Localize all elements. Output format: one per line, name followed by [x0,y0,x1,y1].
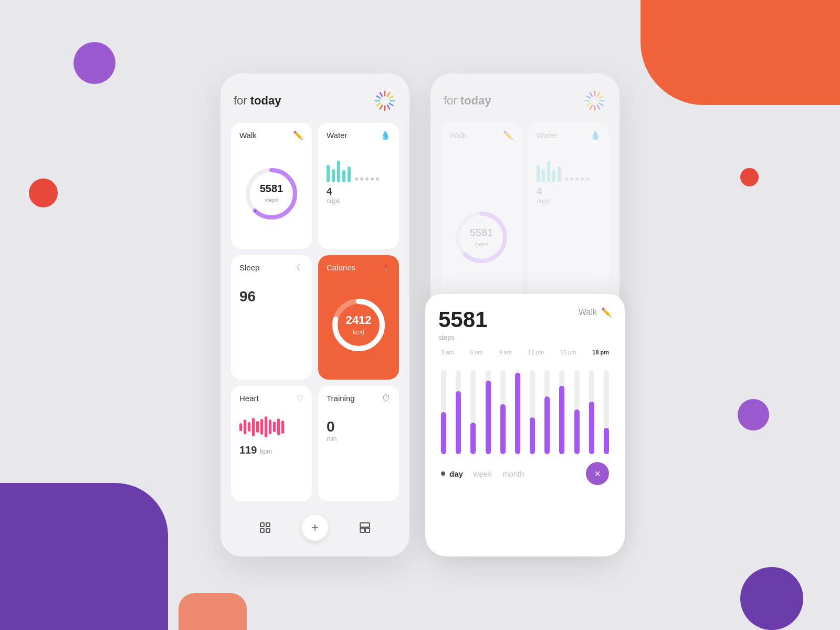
period-day[interactable]: day [449,469,463,478]
water-card[interactable]: Water 💧 [318,123,399,249]
walk-edit-icon[interactable]: ✏️ [293,130,303,140]
water-value: 4 [327,186,391,197]
bar-col-3 [470,360,476,454]
training-card[interactable]: Training ⏱ 0 min [318,386,399,501]
overlay-value: 5581 [438,307,487,332]
water-value-group: 4 cups [327,186,391,205]
water-num: 4 [327,186,332,197]
time-9am: 9 am [499,349,511,355]
walk-title: Walk [239,131,257,140]
nav-layout-btn[interactable] [354,517,375,538]
heart-bar-7 [265,416,267,437]
svg-line-29 [597,106,600,109]
bar-col-8 [544,360,550,454]
overlay-title-row: Walk ✏️ [579,307,612,317]
walk-card-header: Walk ✏️ [239,130,303,140]
svg-line-26 [600,96,603,98]
svg-line-31 [590,106,592,109]
training-timer-icon: ⏱ [382,393,391,403]
svg-line-1 [387,92,390,96]
heart-bar-10 [277,418,280,436]
panel1-title-bold: today [250,94,281,107]
water-unit: cups [327,197,391,205]
sleep-title: Sleep [239,263,259,272]
svg-line-25 [597,92,600,96]
training-num: 0 [327,418,335,435]
heart-bar-2 [244,419,246,434]
nav-grid-btn[interactable] [255,517,276,538]
svg-rect-19 [260,529,264,532]
overlay-activity: Walk [579,308,597,317]
water-bar-1 [327,165,330,182]
overlay-edit-icon[interactable]: ✏️ [601,307,612,317]
calories-unit: kcal [353,329,364,336]
bottom-nav: + [231,507,399,546]
calories-card-header: Calories 📍 [327,262,391,272]
time-12pm: 12 pm [528,349,544,355]
walk-card[interactable]: Walk ✏️ 5581 steps [231,123,312,249]
walk-bar-chart [438,360,612,454]
svg-rect-18 [266,523,270,527]
bar-col-2 [456,360,461,454]
rainbow-icon-1[interactable] [373,89,396,112]
sleep-card-header: Sleep ☾ [239,262,303,272]
time-6am: 6 am [470,349,482,355]
sleep-moon-icon: ☾ [296,262,303,272]
period-tabs: day week month [449,469,524,478]
training-stats: 0 min [327,418,391,443]
detail-overlay: 5581 steps Walk ✏️ 3 am 6 am 9 am 12 pm … [425,294,625,556]
time-3am: 3 am [441,349,454,355]
panel2-title-bold: today [460,94,491,107]
bar-col-4 [486,360,491,454]
calories-num: 2412 [346,313,372,327]
heart-bar-4 [252,418,255,436]
panel2-title: for today [444,94,491,108]
svg-line-35 [590,92,592,96]
close-overlay-btn[interactable]: × [586,462,609,485]
walk-unit: steps [265,197,278,203]
overlay-header: 5581 steps Walk ✏️ [438,307,612,341]
water-bar-3 [337,161,340,182]
period-week[interactable]: week [474,469,492,478]
panels-container: for today [0,0,840,630]
water-dot-4 [371,177,374,181]
period-row: day week month × [438,462,612,485]
sleep-card[interactable]: Sleep ☾ 96 [231,255,312,380]
water-bar-4 [342,170,345,182]
panel1-title: for today [234,94,281,108]
nav-add-btn[interactable]: + [302,514,328,541]
walk-stats: 5581 steps [260,183,284,204]
heart-bar-11 [281,421,284,434]
bar-col-5 [500,360,506,454]
add-icon: + [311,520,319,535]
rainbow-icon-2[interactable] [583,89,606,112]
svg-line-2 [390,96,393,98]
svg-line-28 [600,103,603,106]
water-dot-2 [360,177,363,181]
heart-stats: 119 bpm [239,444,303,456]
calories-card[interactable]: Calories 📍 2412 kcal [318,255,399,380]
close-icon: × [594,468,601,480]
training-unit: min [327,435,391,443]
svg-line-34 [586,96,590,98]
bar-col-6 [515,360,520,454]
heart-bar-9 [273,422,276,432]
calories-title: Calories [327,263,355,272]
calories-circle: 2412 kcal [327,278,391,372]
heart-bar-8 [269,419,271,434]
heart-value-num: 119 [239,444,257,456]
svg-rect-20 [266,529,270,532]
heart-card[interactable]: Heart ♡ 119 b [231,386,312,501]
period-month[interactable]: month [502,469,524,478]
water-title: Water [327,131,347,140]
heart-bars [239,414,303,440]
svg-line-5 [387,106,390,109]
svg-line-4 [390,103,393,106]
time-18pm: 18 pm [592,349,609,355]
time-15pm: 15 pm [560,349,576,355]
calories-stats: 2412 kcal [346,313,372,337]
svg-rect-22 [360,528,364,532]
water-dot-3 [365,177,369,181]
bar-col-10 [574,360,580,454]
water-bar-2 [332,169,335,182]
